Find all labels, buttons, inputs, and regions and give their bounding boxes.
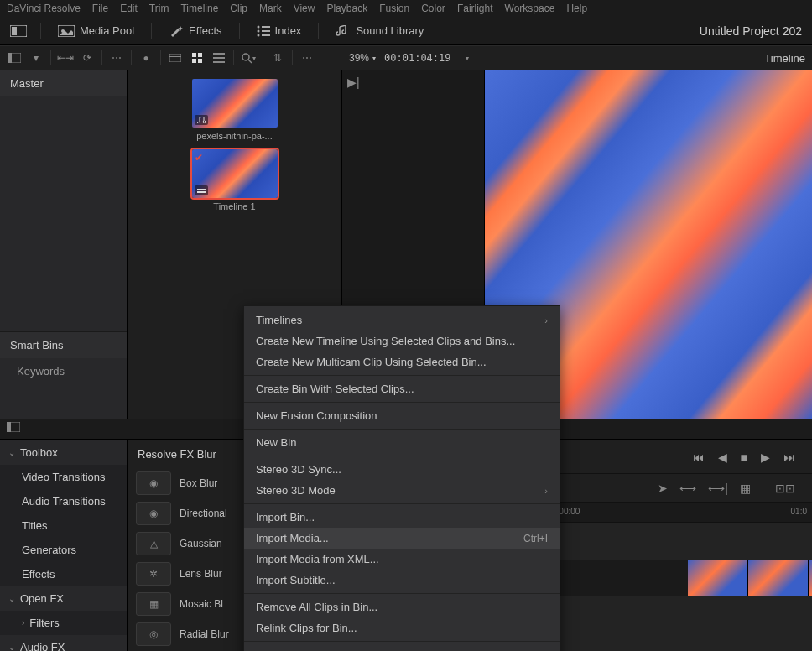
blur-icon: ✲ <box>136 562 171 586</box>
svg-rect-1 <box>12 27 17 35</box>
chevron-right-icon: › <box>544 315 548 326</box>
timeline-label: Timeline 1 <box>213 201 255 211</box>
menu-clip[interactable]: Clip <box>230 3 247 14</box>
menu-timeline[interactable]: Timeline <box>180 3 218 14</box>
zoom-level[interactable]: 39% ▾ <box>349 52 376 64</box>
next-clip-icon[interactable]: ⏭ <box>783 450 795 464</box>
cm-relink[interactable]: Relink Clips for Bin... <box>244 617 560 638</box>
index-button[interactable]: Index <box>250 21 309 40</box>
cm-new-bin[interactable]: New Bin <box>244 432 560 453</box>
menu-view[interactable]: View <box>294 3 315 14</box>
menu-trim[interactable]: Trim <box>149 3 169 14</box>
video-transitions[interactable]: Video Transitions <box>0 465 127 489</box>
cm-create-multicam[interactable]: Create New Multicam Clip Using Selected … <box>244 352 560 372</box>
metadata-view-icon[interactable] <box>168 50 183 65</box>
sync-icon[interactable]: ⟳ <box>80 50 95 65</box>
menu-mark[interactable]: Mark <box>259 3 282 14</box>
svg-point-8 <box>257 34 259 36</box>
cm-import-media[interactable]: Import Media...Ctrl+I <box>244 528 560 549</box>
cm-import-bin[interactable]: Import Bin... <box>244 507 560 528</box>
stop-icon[interactable]: ■ <box>741 450 747 464</box>
trim-tool-icon[interactable]: ⟷ <box>679 482 696 495</box>
record-icon[interactable]: ● <box>138 50 154 65</box>
cm-create-bin-clips[interactable]: Create Bin With Selected Clips... <box>244 378 560 399</box>
toolbox-panel: ⌄Toolbox Video Transitions Audio Transit… <box>0 440 128 651</box>
cm-create-timeline[interactable]: Create New Timeline Using Selected Clips… <box>244 331 560 352</box>
sound-library-button[interactable]: Sound Library <box>329 21 430 40</box>
sort-icon[interactable]: ⇅ <box>270 50 285 65</box>
svg-rect-15 <box>198 53 202 57</box>
clip-thumb[interactable]: pexels-nithin-pa-... <box>192 79 278 141</box>
cm-new-fusion[interactable]: New Fusion Composition <box>244 405 560 426</box>
clip-thumbstrip[interactable] <box>688 560 812 596</box>
dropdown-icon[interactable]: ▾ <box>29 50 44 65</box>
svg-rect-7 <box>262 30 270 32</box>
svg-rect-5 <box>262 26 270 28</box>
open-fx-header[interactable]: ⌄Open FX <box>0 586 127 611</box>
svg-point-21 <box>242 54 249 60</box>
cm-stereo-sync[interactable]: Stereo 3D Sync... <box>244 459 560 480</box>
timeline-indicator: Timeline <box>764 52 805 65</box>
keywords-bin[interactable]: Keywords <box>0 358 127 384</box>
link-tool-icon[interactable]: ⊡⊡ <box>775 482 795 495</box>
svg-rect-19 <box>213 57 225 59</box>
blur-icon: △ <box>136 532 171 555</box>
timecode[interactable]: 00:01:04:19 <box>384 52 450 64</box>
cm-remove-clips[interactable]: Remove All Clips in Bin... <box>244 596 560 617</box>
cm-import-subtitle[interactable]: Import Subtitle... <box>244 570 560 591</box>
svg-rect-9 <box>262 34 270 36</box>
play-icon[interactable]: ▶ <box>761 450 770 464</box>
prev-clip-icon[interactable]: ⏮ <box>693 450 705 464</box>
filters[interactable]: › Filters <box>0 611 127 635</box>
index-label: Index <box>275 24 302 37</box>
blade-tool-icon[interactable]: ⟷| <box>708 482 728 495</box>
options-icon[interactable]: ⋯ <box>299 50 315 65</box>
selection-tool-icon[interactable]: ➤ <box>658 482 668 495</box>
menu-help[interactable]: Help <box>566 3 587 14</box>
menu-edit[interactable]: Edit <box>120 3 138 14</box>
thumb-view-icon[interactable] <box>190 50 205 65</box>
sidebar-toggle-icon[interactable] <box>7 50 22 65</box>
panel-layout-icon[interactable] <box>7 422 22 437</box>
svg-rect-20 <box>213 61 225 63</box>
audio-transitions[interactable]: Audio Transitions <box>0 489 127 513</box>
master-bin[interactable]: Master <box>0 70 127 96</box>
effects-cat[interactable]: Effects <box>0 562 127 586</box>
menu-file[interactable]: File <box>92 3 108 14</box>
effects-label: Effects <box>189 24 222 37</box>
smart-bins-header[interactable]: Smart Bins <box>0 331 127 358</box>
skip-forward-icon[interactable]: ▶| <box>347 76 479 89</box>
cm-import-xml[interactable]: Import Media from XML... <box>244 549 560 570</box>
audio-badge-icon <box>195 115 208 125</box>
audio-fx-header[interactable]: ⌄Audio FX <box>0 635 127 651</box>
menu-fusion[interactable]: Fusion <box>379 3 409 14</box>
search-icon[interactable]: ▾ <box>241 50 256 65</box>
more-icon[interactable]: ⋯ <box>109 50 124 65</box>
generators[interactable]: Generators <box>0 538 127 562</box>
titles[interactable]: Titles <box>0 513 127 538</box>
menu-color[interactable]: Color <box>421 3 445 14</box>
import-icon[interactable]: ⇤⇥ <box>58 50 73 65</box>
sub-toolbar: ▾ ⇤⇥ ⟳ ⋯ ● ▾ ⇅ ⋯ 39% ▾ 00:01:04:19 ▾ Tim… <box>0 45 812 70</box>
step-back-icon[interactable]: ◀ <box>718 450 727 464</box>
blur-icon: ▦ <box>136 592 171 616</box>
menu-app[interactable]: DaVinci Resolve <box>7 3 81 14</box>
menu-fairlight[interactable]: Fairlight <box>457 3 493 14</box>
clip-label: pexels-nithin-pa-... <box>196 131 273 141</box>
cm-timelines[interactable]: Timelines› <box>244 310 560 331</box>
cm-stereo-mode[interactable]: Stereo 3D Mode› <box>244 480 560 501</box>
svg-point-4 <box>257 25 259 28</box>
timeline-thumb[interactable]: ✔ Timeline 1 <box>192 149 278 211</box>
effects-button[interactable]: Effects <box>162 21 229 41</box>
timecode-dropdown-icon[interactable]: ▾ <box>460 50 475 65</box>
insert-tool-icon[interactable]: ▦ <box>740 482 751 495</box>
toolbox-header[interactable]: ⌄Toolbox <box>0 440 127 465</box>
menu-workspace[interactable]: Workspace <box>505 3 555 14</box>
menu-playback[interactable]: Playback <box>326 3 367 14</box>
media-pool-button[interactable]: Media Pool <box>51 21 141 40</box>
blur-icon: ◉ <box>136 502 171 525</box>
cm-auto-sync[interactable]: Auto Sync Audio› <box>244 644 560 651</box>
layout-icon[interactable] <box>7 22 30 40</box>
list-view-icon[interactable] <box>211 50 226 65</box>
svg-rect-17 <box>198 59 202 63</box>
